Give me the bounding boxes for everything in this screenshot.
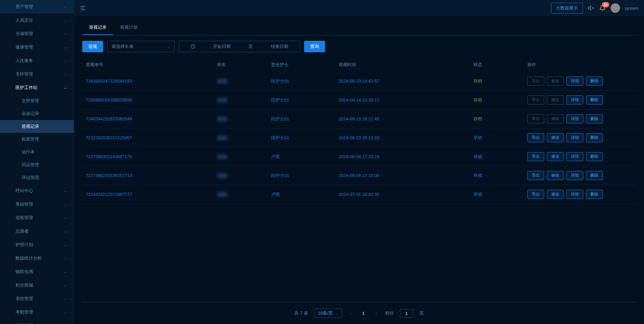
clock-icon [191, 44, 195, 49]
cell-status: 草稿 [473, 135, 527, 141]
sidebar-item-label: 系统管理 [16, 296, 33, 302]
export-button[interactable]: 导出 [527, 171, 544, 180]
sidebar-item-label: 呼叫中心 [16, 188, 33, 194]
delete-button[interactable]: 删除 [586, 171, 603, 180]
export-button[interactable]: 导出 [527, 133, 544, 142]
patrol-button[interactable]: 巡视 [82, 41, 103, 52]
delete-button[interactable]: 删除 [586, 190, 603, 199]
prev-page-button[interactable]: ‹ [348, 311, 353, 316]
sidebar: 资产管理人员定位仓储管理健康管理入住服务关怀管理医护工作站交班管理会诊记录巡视记… [0, 0, 74, 324]
end-date-placeholder: 结束日期 [271, 43, 288, 50]
table-row: 7240668154359033858段护士012024-09-14 10:30… [82, 91, 636, 110]
big-data-button[interactable]: 大数据展示 [551, 3, 583, 13]
th-ops: 操作 [527, 62, 636, 68]
delete-button[interactable]: 删除 [586, 152, 603, 161]
cell-time: 2024-07-31 14:42:35 [339, 192, 473, 197]
detail-button[interactable]: 详情 [566, 114, 583, 123]
sidebar-item-12[interactable]: 数据统计分析 [0, 252, 74, 265]
cell-ops: 导出修改详情删除 [527, 171, 636, 180]
detail-button[interactable]: 详情 [566, 77, 583, 86]
search-button[interactable]: 查询 [304, 41, 325, 52]
chevron-down-icon [64, 59, 67, 62]
export-button[interactable]: 导出 [527, 152, 544, 161]
cell-name [217, 192, 271, 197]
elder-select[interactable]: 请选择长者 [107, 41, 175, 52]
sidebar-item-1[interactable]: 人员定位 [0, 13, 74, 27]
sidebar-item-16[interactable]: 考勤管理 [0, 305, 74, 319]
sidebar-item-11[interactable]: 护理计划 [0, 238, 74, 252]
cell-name [217, 98, 271, 102]
detail-button[interactable]: 详情 [566, 171, 583, 180]
cell-id: 7240668154359033858 [82, 97, 217, 102]
cell-time: 2024-08-23 16:13:33 [339, 135, 473, 140]
sidebar-subitem-6-6[interactable]: 评估管理 [0, 171, 74, 184]
tab-1[interactable]: 巡视计划 [113, 20, 144, 35]
chevron-down-icon [64, 72, 67, 76]
username-label: system [625, 6, 639, 11]
sidebar-subitem-6-5[interactable]: 药品管理 [0, 158, 74, 171]
sidebar-item-10[interactable]: 志愿者 [0, 225, 74, 238]
export-button[interactable]: 导出 [527, 190, 544, 199]
chevron-down-icon [64, 19, 67, 22]
sidebar-item-9[interactable]: 巡检管理 [0, 211, 74, 225]
mute-icon[interactable] [588, 5, 594, 11]
tab-0[interactable]: 巡视记录 [82, 20, 113, 35]
select-placeholder: 请选择长者 [112, 43, 134, 50]
delete-button[interactable]: 删除 [586, 133, 603, 142]
sidebar-subitem-6-0[interactable]: 交班管理 [0, 94, 74, 107]
cell-nurse: 段护士01 [271, 116, 339, 122]
page-size-select[interactable]: 10条/页 [314, 308, 342, 318]
goto-page-input[interactable] [400, 309, 413, 318]
sidebar-item-15[interactable]: 系统管理 [0, 292, 74, 305]
sidebar-item-5[interactable]: 关怀管理 [0, 67, 74, 81]
date-separator: 至 [248, 43, 253, 50]
detail-button[interactable]: 详情 [566, 95, 583, 105]
collapse-sidebar-button[interactable] [80, 5, 86, 11]
detail-button[interactable]: 详情 [566, 152, 583, 161]
cell-name [217, 173, 271, 178]
export-button: 导出 [527, 114, 544, 123]
sidebar-item-14[interactable]: 积分商城 [0, 278, 74, 292]
edit-button[interactable]: 修改 [547, 171, 564, 180]
sidebar-item-3[interactable]: 健康管理 [0, 40, 74, 54]
edit-button[interactable]: 修改 [547, 152, 564, 161]
next-page-button[interactable]: › [373, 311, 379, 316]
table-row: 7227366235339251713段护士012024-08-08 17:33… [82, 166, 636, 185]
notification-icon[interactable]: 39 [599, 5, 606, 11]
sidebar-item-6[interactable]: 医护工作站 [0, 81, 74, 94]
detail-button[interactable]: 详情 [566, 133, 583, 142]
table-row: 7227366301143687170卢雨2024-08-08 17:33:24… [82, 147, 636, 166]
delete-button[interactable]: 删除 [586, 114, 603, 123]
sidebar-item-4[interactable]: 入住服务 [0, 54, 74, 67]
sidebar-subitem-6-2[interactable]: 巡视记录 [0, 120, 74, 133]
cell-name [217, 154, 271, 159]
edit-button[interactable]: 修改 [547, 133, 564, 142]
chevron-down-icon [64, 189, 67, 193]
content: 巡视记录巡视计划 巡视 请选择长者 开始日期 至 结束日期 查询 巡视单号 姓名… [74, 16, 644, 324]
current-page[interactable]: 1 [359, 311, 367, 316]
sidebar-subitem-6-3[interactable]: 检查管理 [0, 133, 74, 146]
chevron-down-icon [167, 45, 170, 48]
delete-button[interactable]: 删除 [586, 77, 603, 86]
avatar[interactable] [611, 3, 620, 13]
chevron-down-icon [64, 297, 67, 300]
delete-button[interactable]: 删除 [586, 95, 603, 105]
sidebar-item-0[interactable]: 资产管理 [0, 0, 74, 13]
cell-nurse: 段护士01 [271, 173, 339, 179]
date-range-picker[interactable]: 开始日期 至 结束日期 [179, 41, 300, 52]
sidebar-item-13[interactable]: 物联传感 [0, 265, 74, 278]
sidebar-item-2[interactable]: 仓储管理 [0, 27, 74, 40]
sidebar-item-17[interactable]: 访客管理 [0, 319, 74, 324]
header: 大数据展示 39 system [74, 0, 644, 16]
chevron-down-icon [64, 203, 67, 206]
cell-id: 7227366235339251713 [82, 173, 217, 178]
sidebar-item-8[interactable]: 基础管理 [0, 198, 74, 211]
sidebar-subitem-6-4[interactable]: 治疗本 [0, 146, 74, 158]
edit-button[interactable]: 修改 [547, 190, 564, 199]
detail-button[interactable]: 详情 [566, 190, 583, 199]
sidebar-subitem-6-1[interactable]: 会诊记录 [0, 107, 74, 120]
th-name: 姓名 [217, 62, 271, 68]
chevron-down-icon [64, 46, 67, 49]
sidebar-item-label: 考勤管理 [16, 309, 33, 315]
sidebar-item-7[interactable]: 呼叫中心 [0, 184, 74, 198]
